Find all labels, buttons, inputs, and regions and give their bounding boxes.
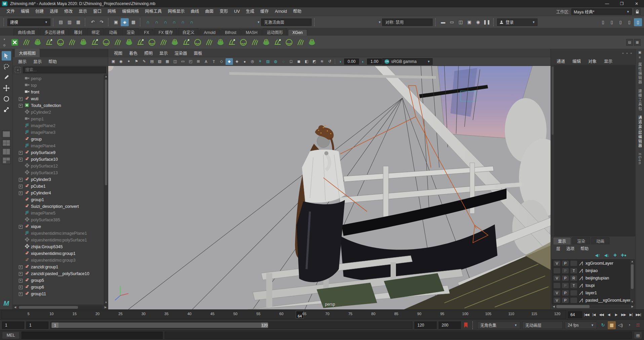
layer-menu-帮助[interactable]: 帮助 <box>578 245 591 251</box>
clump-brush-icon[interactable] <box>192 37 203 48</box>
outliner-item-top[interactable]: top <box>13 82 108 89</box>
wireframe-on-shaded-icon[interactable]: ◎ <box>249 58 256 65</box>
plugin-shading-icon[interactable]: ◩ <box>311 58 318 65</box>
grip-handle[interactable] <box>3 18 5 26</box>
select-by-object-icon[interactable]: ◈ <box>121 18 129 26</box>
step-forward-frame-button[interactable]: ▶| <box>627 311 635 318</box>
safe-title-icon[interactable]: T <box>210 58 217 65</box>
outliner-menu-显示[interactable]: 显示 <box>31 58 44 65</box>
grip-handle[interactable] <box>472 321 474 329</box>
select-camera-icon[interactable]: ▣ <box>110 58 117 65</box>
grease-frame-icon[interactable]: ▤ <box>148 58 156 65</box>
menu-13[interactable]: 变形 <box>216 7 231 16</box>
go-to-end-button[interactable]: ▶▶| <box>635 311 642 318</box>
outliner-item-imagePlane5[interactable]: imagePlane5 <box>13 210 108 217</box>
command-input[interactable] <box>22 332 163 339</box>
close-button[interactable]: ✕ <box>629 0 644 7</box>
layer-display-type-toggle[interactable] <box>570 297 577 303</box>
snow-brush-icon[interactable] <box>307 37 317 48</box>
grease-pencil-icon[interactable]: ✎ <box>140 58 148 65</box>
exposure-icon[interactable]: ◑ <box>336 58 344 65</box>
menu-18[interactable]: 帮助 <box>290 7 305 16</box>
add-guide-icon[interactable] <box>78 37 89 48</box>
grip-handle[interactable] <box>314 18 316 26</box>
scroll-down-icon[interactable]: ▼ <box>104 301 108 305</box>
outliner-tab[interactable]: 大纲视图 <box>15 49 40 57</box>
layout-four-pane[interactable] <box>2 139 11 147</box>
scroll-left-icon[interactable]: ◀ <box>552 304 556 309</box>
scroll-down-icon[interactable]: ▼ <box>630 300 634 304</box>
film-gate-icon[interactable]: ◫ <box>171 58 179 65</box>
play-backwards-button[interactable]: ◀ <box>605 311 612 318</box>
create-empty-layer-icon[interactable]: ✚ <box>613 253 617 258</box>
resolution-gate-icon[interactable]: ▭ <box>179 58 187 65</box>
play-forwards-button[interactable]: ▶ <box>612 311 620 318</box>
exposure-field[interactable]: 0.00 <box>344 59 359 65</box>
layer-visibility-toggle[interactable]: V <box>553 260 561 266</box>
range-slider-track[interactable]: 1 120 <box>50 322 412 329</box>
outliner-item-polySurface12[interactable]: polySurface12 <box>13 163 108 169</box>
layer-editor-tab-渲染[interactable]: 渲染 <box>572 237 590 244</box>
layer-visibility-toggle[interactable]: V <box>553 297 561 303</box>
noise-brush-icon[interactable] <box>204 37 214 48</box>
menu-16[interactable]: 缓存 <box>257 7 272 16</box>
outliner-item-xiqueshentidimo:imagePlane1[interactable]: xiqueshentidimo:imagePlane1 <box>13 230 108 237</box>
shelf-menu-icon[interactable]: ▾⚙ <box>1 37 7 48</box>
layer-visibility-toggle[interactable] <box>553 268 561 274</box>
move-tool[interactable] <box>2 83 11 93</box>
shelf-item-icon[interactable]: ▦ <box>634 39 641 46</box>
shelf-tab-雕刻[interactable]: 雕刻 <box>70 28 86 36</box>
save-scene-icon[interactable]: ▦ <box>74 18 82 26</box>
fps-select[interactable]: 24 fps ▼ <box>565 322 597 329</box>
outliner-vscrollbar[interactable]: ▲ ▼ <box>104 75 108 305</box>
outliner-item-xiqueshentidimo:group3[interactable]: xiqueshentidimo:group3 <box>13 257 108 264</box>
isolate-select-icon[interactable]: ◧ <box>303 58 310 65</box>
layer-color-swatch[interactable] <box>578 275 585 281</box>
fog-icon[interactable]: ≋ <box>318 58 326 65</box>
outliner-item-pCylinder2[interactable]: pCylinder2 <box>13 109 108 116</box>
colorspace-select[interactable]: ON sRGB gamma ▼ <box>382 58 433 65</box>
step-snap-icon[interactable]: ▦ <box>608 321 616 329</box>
chevron-down-icon[interactable]: ▼ <box>257 21 260 24</box>
scroll-right-icon[interactable]: ▶ <box>103 306 108 309</box>
outliner-item-polySurface385[interactable]: polySurface385 <box>13 217 108 223</box>
groom-width-icon[interactable] <box>147 37 157 48</box>
layer-visibility-toggle[interactable]: V <box>553 290 561 296</box>
outliner-item-pCylinder3[interactable]: +pCylinder3 <box>13 176 108 183</box>
menu-4[interactable]: 修改 <box>61 7 76 16</box>
undo-icon[interactable]: ↶ <box>89 18 97 26</box>
move-layer-up-icon[interactable]: ◀↑ <box>595 253 600 258</box>
dock-icon[interactable]: ▣ <box>638 50 641 54</box>
menu-7[interactable]: 网格 <box>105 7 119 16</box>
expand-icon[interactable]: + <box>19 279 23 282</box>
grip-handle[interactable] <box>493 18 495 26</box>
layer-color-swatch[interactable] <box>578 282 585 289</box>
shelf-tab-动画[interactable]: 动画 <box>105 28 121 36</box>
layer-editor-tab-动画[interactable]: 动画 <box>591 237 609 244</box>
outliner-item-polySurface10[interactable]: +polySurface10 <box>13 156 108 163</box>
layer-display-type-toggle[interactable]: R <box>570 275 577 281</box>
sculpt-guides-icon[interactable] <box>89 37 100 48</box>
gamma-icon[interactable]: ◐ <box>359 58 367 65</box>
outliner-item-zhijia:Group5345[interactable]: zhijia:Group5345 <box>13 243 108 250</box>
outliner-item-Suizi_description_convert[interactable]: Suizi_description_convert <box>13 203 108 210</box>
layer-playback-toggle[interactable]: P <box>562 290 569 296</box>
menu-set-select[interactable]: 建模 ▼ <box>7 18 50 26</box>
bookmark-flag-icon[interactable]: ⚑ <box>133 58 140 65</box>
lasso-tool[interactable] <box>2 62 11 71</box>
toggle-attribute-editor-icon[interactable]: ▯ <box>599 18 607 26</box>
gamma-reset-icon[interactable]: ↺ <box>326 58 333 65</box>
motion-blur-icon[interactable]: ◌ <box>280 58 287 65</box>
select-by-component-icon[interactable]: ▩ <box>129 18 137 26</box>
layer-color-swatch[interactable] <box>578 260 585 266</box>
create-layer-from-selected-icon[interactable]: ✚● <box>621 253 627 258</box>
viewport-menu-着色[interactable]: 着色 <box>126 50 140 56</box>
select-tool[interactable] <box>2 51 11 61</box>
menu-14[interactable]: UV <box>231 7 243 16</box>
shelf-tab-曲线/曲面[interactable]: 曲线/曲面 <box>13 28 39 36</box>
channel-box-menu-通道[interactable]: 通道 <box>554 58 568 64</box>
scroll-right-icon[interactable]: ▶ <box>630 304 635 309</box>
outliner-hscrollbar[interactable]: ◀ ▶ <box>13 305 108 309</box>
layer-editor-tab-显示[interactable]: 显示 <box>553 237 571 244</box>
grab-brush-icon[interactable] <box>295 37 306 48</box>
